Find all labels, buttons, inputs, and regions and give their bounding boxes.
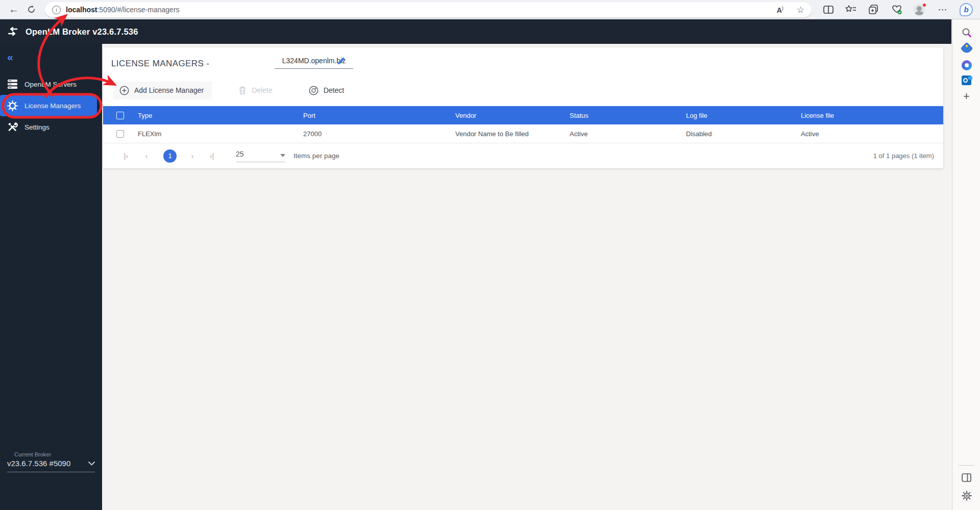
pagination-summary: 1 of 1 pages (1 item) <box>873 152 934 160</box>
edit-hostname-button[interactable] <box>337 57 346 67</box>
servers-icon <box>7 79 18 89</box>
site-info-icon[interactable]: i <box>52 6 61 14</box>
app-header: OpenLM Broker v23.6.7.536 <box>0 19 951 44</box>
pencil-icon <box>337 57 346 65</box>
chevron-down-icon <box>88 462 95 466</box>
browser-back-button[interactable]: ← <box>6 0 21 19</box>
cell-log-file: Disabled <box>686 130 801 138</box>
browser-essentials-icon[interactable] <box>888 0 905 19</box>
bing-chat-icon[interactable]: b <box>958 0 975 19</box>
app-title: OpenLM Broker v23.6.7.536 <box>26 27 138 37</box>
cell-vendor: Vendor Name to Be filled <box>455 130 570 138</box>
cell-license-file: Active <box>801 130 943 138</box>
cell-port: 27000 <box>303 130 455 138</box>
url-text[interactable]: localhost:5090/#/license-managers <box>66 6 180 14</box>
column-header[interactable]: Status <box>570 112 686 119</box>
first-page-button[interactable]: |‹ <box>122 151 130 160</box>
cell-type: FLEXlm <box>138 130 303 138</box>
tools-icon <box>7 122 18 132</box>
favorite-star-icon[interactable]: ☆ <box>797 5 804 15</box>
sidebar-divider <box>959 465 974 466</box>
read-aloud-icon[interactable]: A) <box>777 6 783 14</box>
current-broker-selector[interactable]: Current Broker v23.6.7.536 #5090 <box>0 451 102 472</box>
sidebar-item-openlm-servers[interactable]: OpenLM Servers <box>0 73 102 95</box>
browser-menu-icon[interactable]: ⋯ <box>934 0 951 19</box>
column-header[interactable]: License file <box>801 112 943 119</box>
sidebar-add-icon[interactable]: + <box>952 90 980 103</box>
sidebar-microsoft365-icon[interactable] <box>952 60 980 70</box>
delete-button: Delete <box>238 86 272 95</box>
circle-plus-icon <box>119 86 129 95</box>
edge-sidebar: + <box>952 19 980 510</box>
sidebar-item-label: License Managers <box>24 102 81 110</box>
profile-notification-dot <box>922 3 926 7</box>
sidebar-collapse-icon[interactable]: « <box>7 51 13 63</box>
collections-favorites-icon[interactable] <box>842 0 860 19</box>
sidebar-item-label: Settings <box>24 123 50 131</box>
table-header-row: Type Port Vendor Status Log file License… <box>103 106 943 124</box>
next-page-button[interactable]: › <box>189 151 196 160</box>
main-content: LICENSE MANAGERS - L324MD.openlm.biz Add… <box>102 44 951 510</box>
detect-icon <box>309 86 318 95</box>
column-header[interactable]: Type <box>138 112 303 119</box>
add-tabs-icon[interactable] <box>865 0 883 19</box>
sidebar-settings-gear-icon[interactable] <box>952 491 980 501</box>
items-per-page-value: 25 <box>236 150 244 158</box>
refresh-icon <box>27 5 36 14</box>
table-toolbar: Add License Manager Delete Detect <box>103 79 943 101</box>
pagination-bar: |‹ ‹ 1 › ›| 25 Items per page 1 of 1 pag… <box>103 143 943 168</box>
sidebar-panel-toggle-icon[interactable] <box>952 473 980 482</box>
detect-button[interactable]: Detect <box>309 86 344 95</box>
page-title: LICENSE MANAGERS - <box>111 59 209 69</box>
sidebar: « OpenLM Servers License Managers <box>0 44 102 510</box>
select-all-checkbox[interactable] <box>116 112 124 119</box>
add-license-manager-button[interactable]: Add License Manager <box>113 82 212 99</box>
sidebar-outlook-icon[interactable] <box>952 75 980 85</box>
current-broker-value: v23.6.7.536 #5090 <box>7 459 70 468</box>
address-bar[interactable]: i localhost:5090/#/license-managers A) ☆ <box>45 2 812 17</box>
previous-page-button[interactable]: ‹ <box>143 151 150 160</box>
dropdown-caret-icon <box>280 154 285 157</box>
column-header[interactable]: Log file <box>686 112 801 119</box>
cell-status: Active <box>570 130 686 138</box>
column-header[interactable]: Port <box>303 112 455 119</box>
current-broker-label: Current Broker <box>14 451 102 457</box>
browser-refresh-button[interactable] <box>23 0 39 19</box>
browser-toolbar: ← i localhost:5090/#/license-managers A)… <box>0 0 980 19</box>
items-per-page-label: Items per page <box>293 152 339 160</box>
sidebar-shopping-icon[interactable] <box>952 44 980 53</box>
profile-avatar[interactable] <box>911 0 928 19</box>
last-page-button[interactable]: ›| <box>208 151 215 160</box>
row-checkbox[interactable] <box>116 130 124 138</box>
sidebar-item-label: OpenLM Servers <box>24 81 77 88</box>
url-path: :5090/#/license-managers <box>97 6 179 14</box>
items-per-page-select[interactable]: 25 <box>236 150 285 162</box>
sidebar-item-settings[interactable]: Settings <box>0 116 102 138</box>
current-page-button[interactable]: 1 <box>163 149 177 163</box>
trash-icon <box>238 86 247 95</box>
column-header[interactable]: Vendor <box>455 112 570 119</box>
split-screen-icon[interactable] <box>820 0 837 19</box>
license-managers-card: LICENSE MANAGERS - L324MD.openlm.biz Add… <box>103 47 943 168</box>
sidebar-item-license-managers[interactable]: License Managers <box>0 95 97 116</box>
openlm-logo-icon <box>7 27 19 36</box>
gear-icon <box>7 100 18 111</box>
sidebar-search-icon[interactable] <box>952 28 980 38</box>
table-row[interactable]: FLEXlm 27000 Vendor Name to Be filled Ac… <box>103 124 943 143</box>
url-host: localhost <box>66 6 97 14</box>
